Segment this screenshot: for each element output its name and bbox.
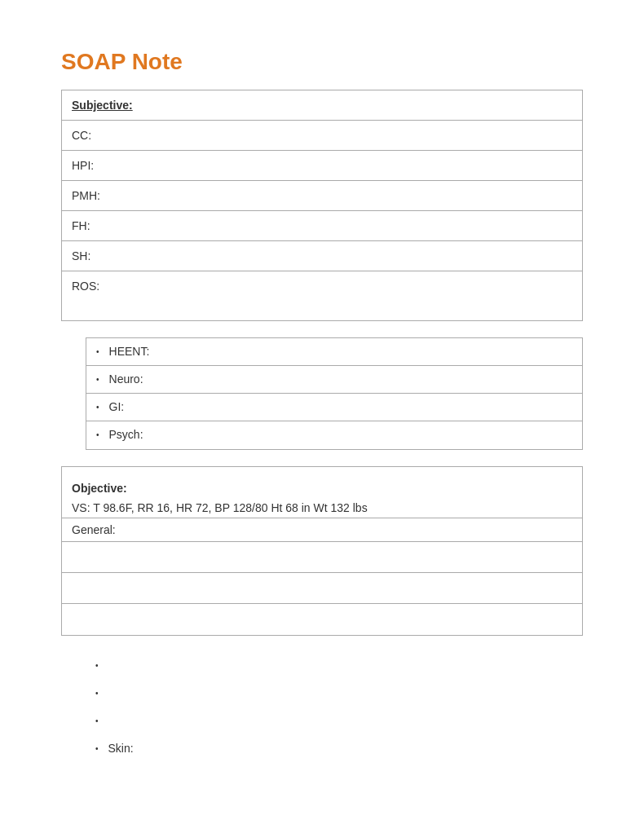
fh-label: FH: [72, 219, 90, 232]
bullet-dot-heent: • [96, 347, 99, 356]
objective-header-row: Objective: [62, 467, 582, 498]
general-row: General: [62, 518, 582, 542]
exam-bullet-row-3: • [86, 707, 583, 735]
bullet-dot-skin: • [95, 744, 99, 753]
obj-empty-row-3 [62, 604, 582, 635]
sh-row: SH: [62, 241, 582, 271]
ros-label: ROS: [72, 280, 99, 293]
subjective-header-row: Subjective: [62, 90, 582, 121]
pmh-row: PMH: [62, 181, 582, 211]
exam-bullet-section: • • • • Skin: [86, 652, 583, 763]
hpi-row: HPI: [62, 151, 582, 181]
vs-label: VS: [72, 501, 90, 514]
subjective-section: Subjective: CC: HPI: PMH: FH: SH: ROS: [61, 90, 583, 321]
exam-bullet-row-1: • [86, 652, 583, 680]
ros-row: ROS: [62, 271, 582, 320]
ros-heent-row: • HEENT: [86, 338, 582, 366]
ros-heent-label: HEENT: [109, 345, 150, 358]
page-title: SOAP Note [61, 49, 583, 75]
objective-label: Objective: [72, 482, 127, 495]
sh-label: SH: [72, 249, 90, 262]
obj-empty-row-1 [62, 542, 582, 573]
hpi-label: HPI: [72, 159, 94, 172]
ros-gi-row: • GI: [86, 394, 582, 421]
objective-section: Objective: VS: T 98.6F, RR 16, HR 72, BP… [61, 466, 583, 636]
exam-bullet-row-2: • [86, 680, 583, 707]
ros-neuro-row: • Neuro: [86, 366, 582, 394]
vs-value: T 98.6F, RR 16, HR 72, BP 128/80 Ht 68 i… [93, 501, 367, 514]
cc-row: CC: [62, 121, 582, 151]
exam-skin-label: Skin: [108, 742, 134, 755]
exam-skin-row: • Skin: [86, 735, 583, 763]
subjective-label: Subjective: [72, 99, 133, 112]
vs-row: VS: T 98.6F, RR 16, HR 72, BP 128/80 Ht … [62, 498, 582, 518]
bullet-dot-exam-2: • [95, 689, 99, 698]
ros-psych-label: Psych: [109, 428, 143, 441]
ros-gi-label: GI: [109, 400, 125, 413]
cc-label: CC: [72, 129, 91, 142]
fh-row: FH: [62, 211, 582, 241]
bullet-dot-psych: • [96, 430, 99, 439]
ros-psych-row: • Psych: [86, 421, 582, 449]
ros-bullet-section: • HEENT: • Neuro: • GI: • Psych: [86, 337, 583, 450]
general-label: General: [72, 523, 116, 536]
pmh-label: PMH: [72, 189, 100, 202]
bullet-dot-neuro: • [96, 375, 99, 384]
obj-empty-row-2 [62, 573, 582, 604]
bullet-dot-exam-3: • [95, 716, 99, 725]
ros-neuro-label: Neuro: [109, 372, 143, 386]
bullet-dot-exam-1: • [95, 661, 99, 670]
bullet-dot-gi: • [96, 403, 99, 412]
